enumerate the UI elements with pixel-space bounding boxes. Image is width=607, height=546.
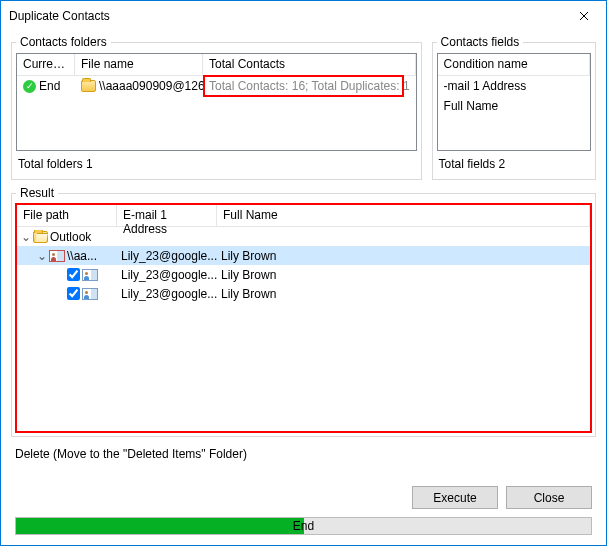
field-row[interactable]: Full Name bbox=[438, 96, 590, 116]
folders-grid[interactable]: Curren... File name Total Contacts ✓ End… bbox=[16, 53, 417, 151]
cell-current: End bbox=[39, 79, 60, 93]
col-filename[interactable]: File name bbox=[75, 54, 203, 75]
window-title: Duplicate Contacts bbox=[9, 9, 561, 23]
field-row[interactable]: -mail 1 Address bbox=[438, 76, 590, 96]
cell-filename: \\aaaa090909@126... bbox=[99, 79, 203, 93]
folder-icon bbox=[81, 80, 96, 92]
sub-label: \\aa... bbox=[67, 249, 97, 263]
titlebar: Duplicate Contacts bbox=[1, 1, 606, 31]
col-email[interactable]: E-mail 1 Address bbox=[117, 205, 217, 226]
delete-label: Delete (Move to the "Deleted Items" Fold… bbox=[15, 447, 592, 461]
root-label: Outlook bbox=[50, 230, 91, 244]
col-condition[interactable]: Condition name bbox=[438, 54, 590, 75]
col-current[interactable]: Curren... bbox=[17, 54, 75, 75]
contacts-fields-legend: Contacts fields bbox=[437, 35, 524, 49]
progress-bar: End bbox=[15, 517, 592, 535]
contact-icon bbox=[82, 269, 98, 281]
progress-fill bbox=[16, 518, 304, 534]
cell-name: Lily Brown bbox=[217, 249, 590, 263]
contact-group-icon bbox=[49, 250, 65, 262]
folder-open-icon bbox=[33, 231, 48, 243]
cell-total: Total Contacts: 16; Total Duplicates: 1 bbox=[203, 78, 416, 94]
fields-grid[interactable]: Condition name -mail 1 Address Full Name bbox=[437, 53, 591, 151]
cell-name: Lily Brown bbox=[217, 268, 590, 282]
col-fullname[interactable]: Full Name bbox=[217, 205, 590, 226]
close-button[interactable] bbox=[561, 1, 606, 31]
fields-total-label: Total fields 2 bbox=[439, 157, 589, 171]
close-btn[interactable]: Close bbox=[506, 486, 592, 509]
field-item: -mail 1 Address bbox=[438, 78, 590, 94]
expand-icon[interactable]: ⌄ bbox=[21, 230, 31, 244]
result-legend: Result bbox=[16, 186, 58, 200]
tree-root-row[interactable]: ⌄ Outlook bbox=[17, 227, 590, 246]
field-item: Full Name bbox=[438, 98, 590, 114]
progress-label: End bbox=[293, 519, 314, 533]
contact-icon bbox=[82, 288, 98, 300]
col-total[interactable]: Total Contacts bbox=[203, 54, 416, 75]
item-checkbox[interactable] bbox=[67, 287, 80, 300]
folders-total-label: Total folders 1 bbox=[18, 157, 415, 171]
execute-button[interactable]: Execute bbox=[412, 486, 498, 509]
cell-email: Lily_23@google... bbox=[117, 287, 217, 301]
expand-icon[interactable]: ⌄ bbox=[37, 249, 47, 263]
tree-item-row[interactable]: Lily_23@google... Lily Brown bbox=[17, 265, 590, 284]
contacts-folders-legend: Contacts folders bbox=[16, 35, 111, 49]
cell-email: Lily_23@google... bbox=[117, 249, 217, 263]
tree-sub-row[interactable]: ⌄ \\aa... Lily_23@google... Lily Brown bbox=[17, 246, 590, 265]
contacts-folders-group: Contacts folders Curren... File name Tot… bbox=[11, 35, 422, 180]
contacts-fields-group: Contacts fields Condition name -mail 1 A… bbox=[432, 35, 596, 180]
result-group: Result File path E-mail 1 Address Full N… bbox=[11, 186, 596, 437]
cell-name: Lily Brown bbox=[217, 287, 590, 301]
close-icon bbox=[579, 11, 589, 21]
item-checkbox[interactable] bbox=[67, 268, 80, 281]
result-grid[interactable]: File path E-mail 1 Address Full Name ⌄ O… bbox=[16, 204, 591, 432]
dialog-window: Duplicate Contacts Contacts folders Curr… bbox=[0, 0, 607, 546]
folder-row[interactable]: ✓ End \\aaaa090909@126... Total Contacts… bbox=[17, 76, 416, 96]
status-ok-icon: ✓ bbox=[23, 80, 36, 93]
col-filepath[interactable]: File path bbox=[17, 205, 117, 226]
tree-item-row[interactable]: Lily_23@google... Lily Brown bbox=[17, 284, 590, 303]
cell-email: Lily_23@google... bbox=[117, 268, 217, 282]
